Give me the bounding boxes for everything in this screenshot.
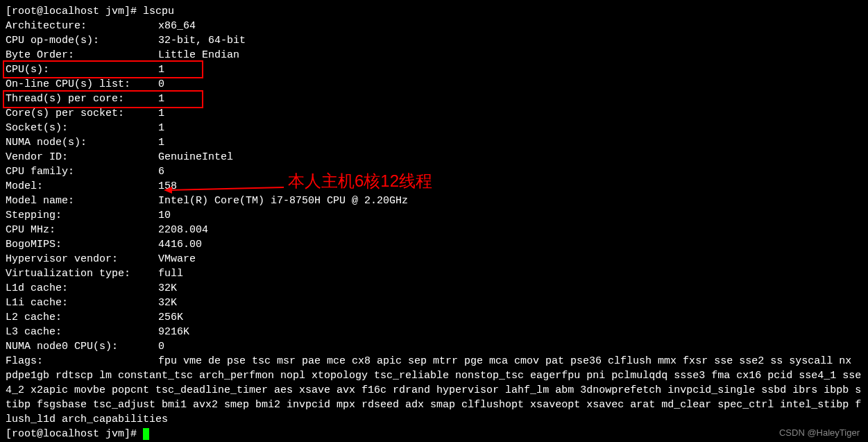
- output-row: On-line CPU(s) list:0: [6, 77, 862, 92]
- row-value: 1: [158, 93, 164, 105]
- output-row: Thread(s) per core:1: [6, 92, 862, 106]
- output-row: CPU(s):1: [6, 62, 862, 77]
- output-row: L3 cache:9216K: [6, 325, 862, 339]
- flags-row: Flags:fpu vme de pse tsc msr pae mce cx8…: [6, 354, 862, 427]
- output-row: CPU MHz:2208.004: [6, 223, 862, 237]
- row-value: 1: [158, 137, 164, 148]
- row-label: L1d cache:: [6, 281, 158, 296]
- output-row: L1i cache:32K: [6, 296, 862, 310]
- row-label: Byte Order:: [6, 48, 158, 62]
- cursor: [143, 428, 149, 440]
- row-value: 6: [158, 166, 164, 178]
- row-value: Little Endian: [158, 49, 239, 61]
- row-label: Stepping:: [6, 208, 158, 223]
- row-label: Hypervisor vendor:: [6, 252, 158, 266]
- row-value: Intel(R) Core(TM) i7-8750H CPU @ 2.20GHz: [158, 195, 408, 207]
- row-label: Virtualization type:: [6, 266, 158, 281]
- row-label: NUMA node(s):: [6, 135, 158, 150]
- row-value: 1: [158, 64, 164, 76]
- row-value: x86_64: [158, 20, 196, 32]
- prompt: [root@localhost jvm]#: [6, 428, 143, 440]
- row-label: BogoMIPS:: [6, 237, 158, 252]
- output-row: Core(s) per socket:1: [6, 106, 862, 121]
- row-label: CPU family:: [6, 164, 158, 179]
- row-label: Model name:: [6, 194, 158, 208]
- output-row: NUMA node0 CPU(s):0: [6, 339, 862, 354]
- output-row: L1d cache:32K: [6, 281, 862, 296]
- row-value: 256K: [158, 312, 183, 323]
- row-label: On-line CPU(s) list:: [6, 77, 158, 92]
- row-label: Architecture:: [6, 19, 158, 33]
- row-value: GenuineIntel: [158, 151, 233, 163]
- row-label: CPU(s):: [6, 62, 158, 77]
- output-row: CPU op-mode(s):32-bit, 64-bit: [6, 33, 862, 48]
- row-value: 32K: [158, 282, 177, 294]
- row-value: 1: [158, 108, 164, 119]
- row-label: Core(s) per socket:: [6, 106, 158, 121]
- row-label: L3 cache:: [6, 325, 158, 339]
- row-value: 32K: [158, 297, 177, 309]
- watermark: CSDN @HaleyTiger: [779, 425, 860, 440]
- row-value: 1: [158, 122, 164, 134]
- command-line: [root@localhost jvm]# lscpu: [6, 4, 862, 19]
- row-label: Model:: [6, 179, 158, 194]
- output-row: Socket(s):1: [6, 121, 862, 135]
- command: lscpu: [143, 6, 174, 17]
- row-label: Socket(s):: [6, 121, 158, 135]
- row-label: CPU MHz:: [6, 223, 158, 237]
- output-row: Hypervisor vendor:VMware: [6, 252, 862, 266]
- row-value: 10: [158, 210, 171, 221]
- output-row: Model name:Intel(R) Core(TM) i7-8750H CP…: [6, 194, 862, 208]
- row-label: Thread(s) per core:: [6, 92, 158, 106]
- output-row: Architecture:x86_64: [6, 19, 862, 33]
- output-row: L2 cache:256K: [6, 310, 862, 325]
- output-row: BogoMIPS:4416.00: [6, 237, 862, 252]
- row-value: 9216K: [158, 326, 189, 338]
- output-block: Architecture:x86_64CPU op-mode(s):32-bit…: [6, 19, 862, 354]
- output-row: Stepping:10: [6, 208, 862, 223]
- annotation-text: 本人主机6核12线程: [288, 173, 432, 188]
- row-value: VMware: [158, 253, 196, 265]
- row-label: Vendor ID:: [6, 150, 158, 164]
- row-label: L2 cache:: [6, 310, 158, 325]
- terminal[interactable]: [root@localhost jvm]# lscpu Architecture…: [0, 0, 868, 442]
- output-row: Vendor ID:GenuineIntel: [6, 150, 862, 164]
- row-value: 2208.004: [158, 224, 208, 236]
- prompt: [root@localhost jvm]#: [6, 6, 143, 17]
- row-value: 0: [158, 341, 164, 352]
- output-row: Virtualization type:full: [6, 266, 862, 281]
- row-value: 0: [158, 78, 164, 90]
- row-label: CPU op-mode(s):: [6, 33, 158, 48]
- row-value: 158: [158, 180, 177, 192]
- flags-label: Flags:: [6, 354, 158, 368]
- output-row: NUMA node(s):1: [6, 135, 862, 150]
- row-label: L1i cache:: [6, 296, 158, 310]
- row-value: full: [158, 268, 183, 280]
- row-value: 4416.00: [158, 239, 202, 250]
- output-row: Byte Order:Little Endian: [6, 48, 862, 62]
- prompt-line[interactable]: [root@localhost jvm]#: [6, 427, 862, 441]
- row-label: NUMA node0 CPU(s):: [6, 339, 158, 354]
- row-value: 32-bit, 64-bit: [158, 35, 246, 46]
- output-row: Model:158: [6, 179, 862, 194]
- output-row: CPU family:6: [6, 164, 862, 179]
